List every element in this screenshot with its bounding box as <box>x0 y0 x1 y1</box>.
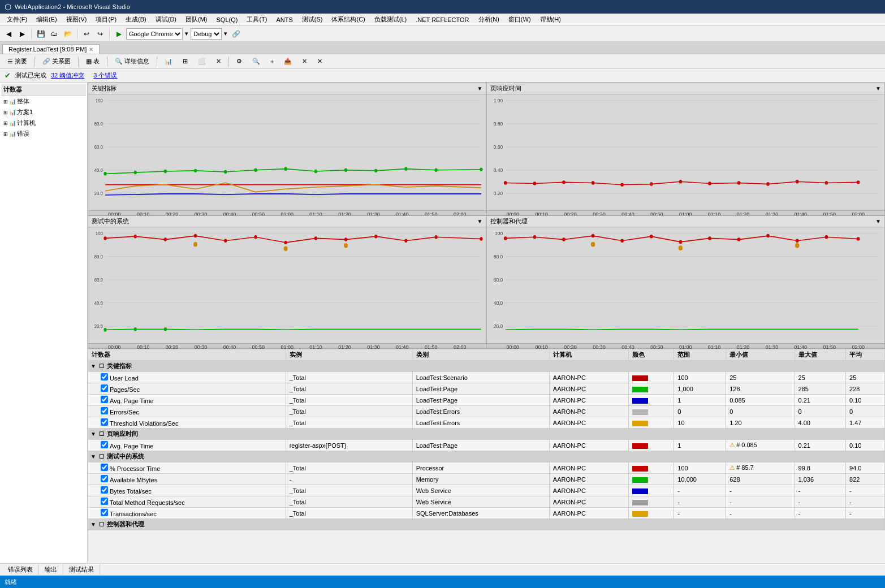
x2-btn[interactable]: ✕ <box>313 57 326 66</box>
chart-btn1[interactable]: 📊 <box>161 57 176 66</box>
back-button[interactable]: ◀ <box>2 28 15 40</box>
svg-text:100: 100 <box>96 230 103 236</box>
svg-point-40 <box>708 181 711 185</box>
svg-point-35 <box>562 180 565 184</box>
table-group-page-response[interactable]: ▼ ☐ 页响应时间 <box>88 429 885 440</box>
menu-debug[interactable]: 调试(D) <box>151 14 181 25</box>
chart-page-response-svg: 1.00 0.80 0.60 0.40 0.20 <box>487 94 885 210</box>
svg-text:80.0: 80.0 <box>94 253 103 260</box>
svg-point-17 <box>314 170 317 173</box>
svg-point-13 <box>194 169 197 172</box>
chart-sut-dropdown[interactable]: ▼ <box>477 218 483 224</box>
menu-tools[interactable]: 工具(T) <box>242 14 271 25</box>
svg-point-59 <box>194 234 197 237</box>
svg-point-85 <box>504 236 507 240</box>
menu-loadtest[interactable]: 负载测试(L) <box>370 14 411 25</box>
details-btn[interactable]: 🔍 详细信息 <box>111 56 153 67</box>
chart-page-response-body: 1.00 0.80 0.60 0.40 0.20 <box>487 94 885 210</box>
expand-icon-scenario: ⊞ <box>3 110 8 115</box>
loadtest-tab[interactable]: Register.LoadTest [9:08 PM] ✕ <box>2 44 100 54</box>
bottom-tab-output[interactable]: 输出 <box>39 564 63 575</box>
svg-point-94 <box>766 234 770 237</box>
sidebar: 计数器 ⊞ 📊 整体 ⊞ 📊 方案1 ⊞ 📊 计算机 ⊞ 📊 错误 <box>0 83 88 563</box>
svg-point-10 <box>103 172 106 175</box>
table-row[interactable]: Bytes Total/sec _Total Web Service AARON… <box>88 485 885 496</box>
scenario-label: 方案1 <box>17 108 33 116</box>
table-row[interactable]: Avg. Page Time register-aspx{POST} LoadT… <box>88 440 885 451</box>
config-select[interactable]: Debug <box>191 28 222 40</box>
sidebar-item-errors[interactable]: ⊞ 📊 错误 <box>1 128 86 139</box>
chart-btn3[interactable]: ⬜ <box>194 57 210 66</box>
loadtest-tab-close[interactable]: ✕ <box>89 46 93 53</box>
sidebar-item-overall[interactable]: ⊞ 📊 整体 <box>1 96 86 107</box>
menu-view[interactable]: 视图(V) <box>62 14 92 25</box>
menu-window[interactable]: 窗口(W) <box>504 14 536 25</box>
svg-point-98 <box>590 242 595 247</box>
menu-team[interactable]: 团队(M) <box>181 14 212 25</box>
status-ok-icon: ✔ <box>5 71 11 80</box>
table-group-key-indicators[interactable]: ▼ ☐ 关键指标 <box>88 361 885 372</box>
table-row[interactable]: Available MBytes - Memory AARON-PC 10,00… <box>88 474 885 485</box>
menu-help[interactable]: 帮助(H) <box>536 14 565 25</box>
table-btn[interactable]: ▦ 表 <box>82 56 103 67</box>
run-button[interactable]: ▶ <box>113 28 125 40</box>
chart-page-response-title: 页响应时间 <box>490 84 521 93</box>
menu-sql[interactable]: SQL(Q) <box>212 15 243 24</box>
table-row[interactable]: Pages/Sec _Total LoadTest:Page AARON-PC … <box>88 383 885 395</box>
menu-build[interactable]: 生成(B) <box>121 14 151 25</box>
chart-page-response-dropdown[interactable]: ▼ <box>875 85 881 92</box>
table-row[interactable]: Threshold Violations/Sec _Total LoadTest… <box>88 417 885 429</box>
threshold-link[interactable]: 32 阈值冲突 <box>51 71 84 80</box>
save-all-button[interactable]: 🗂 <box>48 28 61 40</box>
svg-point-15 <box>254 168 257 172</box>
menu-arch[interactable]: 体系结构(C) <box>327 14 369 25</box>
forward-button[interactable]: ▶ <box>16 28 28 40</box>
col-color: 颜色 <box>628 349 674 361</box>
menu-analyze[interactable]: 分析(N) <box>474 14 504 25</box>
bottom-tab-testresults[interactable]: 测试结果 <box>63 564 100 575</box>
menu-ants[interactable]: ANTS <box>271 15 297 24</box>
chart-btn2[interactable]: ⊞ <box>179 57 192 66</box>
redo-button[interactable]: ↪ <box>94 28 106 40</box>
sidebar-item-computer[interactable]: ⊞ 📊 计算机 <box>1 118 86 128</box>
summary-icon: ☰ <box>7 58 13 65</box>
menu-project[interactable]: 项目(P) <box>91 14 121 25</box>
x1-btn[interactable]: ✕ <box>298 57 311 66</box>
table-row[interactable]: User Load _Total LoadTest:Scenario AARON… <box>88 372 885 383</box>
svg-point-60 <box>224 239 227 243</box>
table-row[interactable]: % Processor Time _Total Processor AARON-… <box>88 462 885 474</box>
save-button[interactable]: 💾 <box>34 28 47 40</box>
table-row[interactable]: Transactions/sec _Total SQLServer:Databa… <box>88 508 885 519</box>
chart-key-indicators-dropdown[interactable]: ▼ <box>477 85 483 92</box>
toolbar-separator-2 <box>77 29 77 39</box>
svg-text:40.0: 40.0 <box>493 300 502 306</box>
attach-button[interactable]: 🔗 <box>230 28 242 40</box>
relation-btn[interactable]: 🔗 关系图 <box>38 56 75 67</box>
svg-text:60.0: 60.0 <box>94 276 103 283</box>
errors-link[interactable]: 3 个错误 <box>93 71 117 80</box>
add-btn[interactable]: + <box>266 57 278 66</box>
undo-button[interactable]: ↩ <box>80 28 93 40</box>
table-group-system-under-test[interactable]: ▼ ☐ 测试中的系统 <box>88 451 885 462</box>
menu-edit[interactable]: 编辑(E) <box>32 14 62 25</box>
browser-select[interactable]: Google Chrome <box>126 28 183 40</box>
chart-btn4[interactable]: ✕ <box>212 57 225 66</box>
table-row[interactable]: Avg. Page Time _Total LoadTest:Page AARO… <box>88 395 885 406</box>
sidebar-item-scenario[interactable]: ⊞ 📊 方案1 <box>1 107 86 118</box>
export-btn[interactable]: 📤 <box>280 57 296 66</box>
table-group-controller-agent[interactable]: ▼ ☐ 控制器和代理 <box>88 519 885 530</box>
settings-btn[interactable]: ⚙ <box>232 57 246 66</box>
svg-point-12 <box>164 170 167 173</box>
table-row[interactable]: Total Method Requests/sec _Total Web Ser… <box>88 496 885 508</box>
search-btn[interactable]: 🔍 <box>248 57 264 66</box>
menu-file[interactable]: 文件(F) <box>2 14 32 25</box>
menu-test[interactable]: 测试(S) <box>297 14 327 25</box>
menu-reflector[interactable]: .NET REFLECTOR <box>411 15 473 24</box>
bottom-tab-errors[interactable]: 错误列表 <box>2 564 39 575</box>
table-row[interactable]: Errors/Sec _Total LoadTest:Errors AARON-… <box>88 406 885 417</box>
svg-text:80.0: 80.0 <box>493 253 502 260</box>
chart-ca-dropdown[interactable]: ▼ <box>875 218 881 224</box>
open-button[interactable]: 📂 <box>62 28 74 40</box>
data-table-container: 计数器 实例 类别 计算机 颜色 范围 最小值 最大值 平均 ▼ ☐ 关键指标 … <box>88 348 885 563</box>
summary-btn[interactable]: ☰ 摘要 <box>3 56 31 67</box>
